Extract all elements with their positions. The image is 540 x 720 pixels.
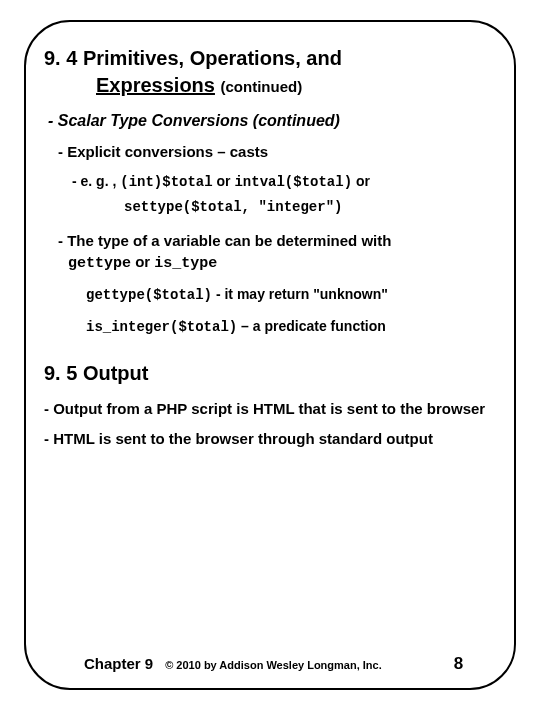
footer-chapter: Chapter 9 xyxy=(84,655,153,672)
typedet-prefix: - The type of a variable can be determin… xyxy=(58,232,391,249)
eg-or-2: or xyxy=(356,173,370,189)
section-title-2: Expressions xyxy=(96,74,215,96)
typedet-code-1: gettype xyxy=(68,255,131,272)
section-heading-line2: Expressions (continued) xyxy=(44,73,496,98)
sub-heading: - Scalar Type Conversions (continued) xyxy=(48,112,496,130)
slide-frame: 9. 4 Primitives, Operations, and Express… xyxy=(24,20,516,690)
bullet-eg: - e. g. , (int)$total or intval($total) … xyxy=(72,172,496,193)
eg-code-1: (int)$total xyxy=(120,174,212,190)
footer-page-number: 8 xyxy=(454,654,463,674)
section-continued: (continued) xyxy=(221,78,303,95)
section-title-1: Primitives, Operations, and xyxy=(83,47,342,69)
footer-copyright: © 2010 by Addison Wesley Longman, Inc. xyxy=(165,659,382,671)
gettype-code: gettype($total) xyxy=(86,287,212,303)
line-isint: is_integer($total) – a predicate functio… xyxy=(86,316,496,338)
eg-or-1: or xyxy=(217,173,231,189)
typedet-code-2: is_type xyxy=(154,255,217,272)
eg-code-3-line: settype($total, "integer") xyxy=(124,197,496,218)
eg-code-3: settype($total, "integer") xyxy=(124,199,342,215)
eg-prefix: - e. g. , xyxy=(72,173,116,189)
typedet-mid: or xyxy=(135,253,150,270)
output-bullet-1: - Output from a PHP script is HTML that … xyxy=(44,399,496,419)
section-heading-line1: 9. 4 Primitives, Operations, and xyxy=(44,46,496,71)
slide-content: 9. 4 Primitives, Operations, and Express… xyxy=(44,46,496,654)
output-heading: 9. 5 Output xyxy=(44,362,496,385)
slide-footer: Chapter 9 © 2010 by Addison Wesley Longm… xyxy=(44,654,496,674)
line-gettype: gettype($total) - it may return "unknown… xyxy=(86,284,496,306)
bullet-explicit: - Explicit conversions – casts xyxy=(58,142,496,162)
isint-code: is_integer($total) xyxy=(86,319,237,335)
gettype-text: - it may return "unknown" xyxy=(212,286,388,302)
isint-text: – a predicate function xyxy=(237,318,386,334)
bullet-typedet: - The type of a variable can be determin… xyxy=(58,231,496,274)
output-bullet-2: - HTML is sent to the browser through st… xyxy=(44,429,496,449)
section-number: 9. 4 xyxy=(44,47,77,69)
eg-code-2: intval($total) xyxy=(234,174,352,190)
